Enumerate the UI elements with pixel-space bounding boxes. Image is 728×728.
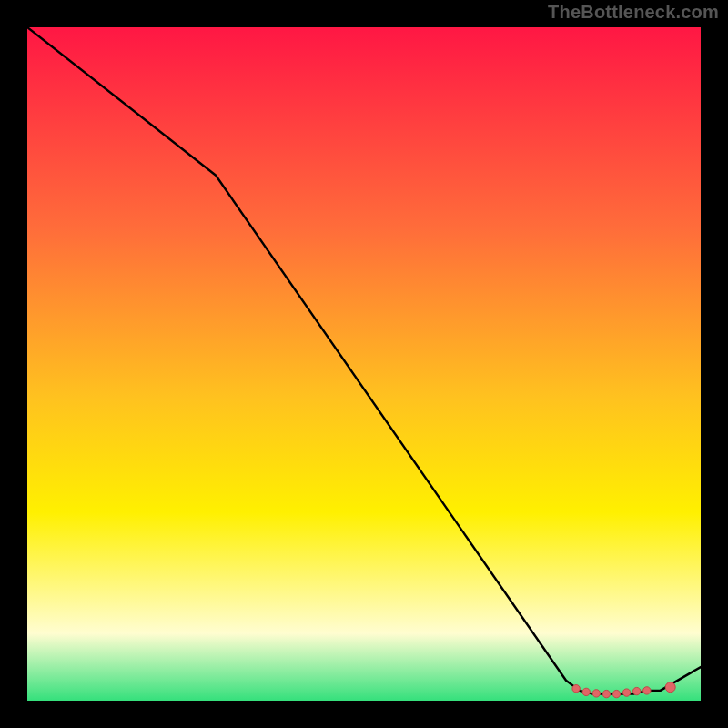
flat-segment-dot [582,688,590,695]
chart-svg [27,27,701,701]
flat-segment-dot [572,685,580,693]
flat-segment-dot [592,690,600,697]
flat-segment-dot [643,687,651,694]
watermark-label: TheBottleneck.com [548,2,719,23]
flat-segment-dot [622,689,630,696]
flat-segment-dot [612,690,620,697]
flat-segment-dot [602,690,610,697]
gradient-background [27,27,701,701]
chart-frame: TheBottleneck.com [0,0,728,728]
flat-segment-dot [633,687,641,694]
plot-area [27,27,701,701]
flat-segment-end [665,682,675,693]
